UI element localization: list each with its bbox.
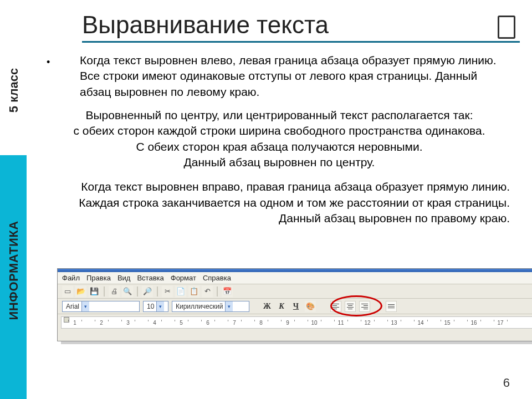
ruler-segment: 16 [461, 317, 487, 328]
ruler-segment: 15 [434, 317, 461, 328]
align-center-button[interactable] [345, 301, 356, 312]
paragraph-left-text: Когда текст выровнен влево, левая границ… [80, 53, 510, 100]
ruler-segment: 10 [301, 317, 328, 328]
datetime-icon[interactable]: 📅 [222, 286, 233, 297]
menu-insert[interactable]: Вставка [137, 274, 163, 282]
ruler-segment: 1 [62, 317, 88, 328]
print-preview-icon[interactable]: 🔍 [122, 286, 133, 297]
italic-button[interactable]: К [276, 301, 287, 312]
paste-icon[interactable]: 📋 [188, 286, 200, 297]
title-block: Выравнивание текста [27, 0, 514, 43]
font-name-dropdown[interactable]: Arial ▾ [62, 301, 140, 312]
standard-toolbar: ▭ 📂 💾 🖨 🔍 🔎 ✂ 📄 📋 ↶ 📅 [58, 284, 532, 299]
ruler-segment: 5 [168, 317, 195, 328]
ruler: 1234567891011121314151617 [61, 316, 532, 329]
ruler-segment: 17 [487, 317, 514, 328]
menu-view[interactable]: Вид [117, 274, 131, 282]
find-icon[interactable]: 🔎 [142, 286, 153, 297]
ruler-segment: 11 [328, 317, 354, 328]
wordpad-toolbar-screenshot: Файл Правка Вид Вставка Формат Справка ▭… [57, 268, 532, 341]
separator [104, 287, 105, 296]
charset-dropdown[interactable]: Кириллический ▾ [172, 301, 249, 312]
chevron-down-icon: ▾ [225, 301, 233, 311]
text-color-icon[interactable]: 🎨 [305, 301, 316, 312]
chevron-down-icon: ▾ [156, 301, 164, 311]
corner-rectangle-icon [498, 16, 515, 39]
menu-format[interactable]: Формат [171, 274, 196, 282]
cut-icon[interactable]: ✂ [162, 286, 173, 297]
paragraph-center-aligned: Выровненный по центру, или центрированны… [27, 100, 532, 170]
separator [157, 287, 158, 296]
undo-icon[interactable]: ↶ [202, 286, 213, 297]
separator [217, 287, 218, 296]
center-line-1: Выровненный по центру, или центрированны… [38, 108, 521, 123]
open-icon[interactable]: 📂 [75, 286, 86, 297]
menu-file[interactable]: Файл [62, 274, 80, 282]
menu-bar: Файл Правка Вид Вставка Формат Справка [58, 272, 532, 284]
ruler-segment: 3 [115, 317, 141, 328]
separator [137, 287, 138, 296]
format-toolbar: Arial ▾ 10 ▾ Кириллический ▾ Ж К Ч 🎨 [58, 299, 532, 314]
font-size-dropdown[interactable]: 10 ▾ [143, 301, 168, 312]
ruler-segment: 6 [195, 317, 221, 328]
ruler-segment: 4 [141, 317, 168, 328]
underline-button[interactable]: Ч [290, 301, 301, 312]
align-left-button[interactable] [330, 301, 341, 312]
bold-button[interactable]: Ж [262, 301, 273, 312]
ruler-segment: 13 [381, 317, 407, 328]
bullets-button[interactable] [386, 301, 397, 312]
paragraph-left-aligned: • Когда текст выровнен влево, левая гран… [27, 43, 532, 100]
menu-help[interactable]: Справка [203, 274, 231, 282]
bullet-icon: • [47, 57, 50, 67]
ruler-segment: 12 [354, 317, 381, 328]
font-name-value: Arial [66, 303, 79, 310]
center-line-4: Данный абзац выровнен по центру. [38, 155, 521, 170]
copy-icon[interactable]: 📄 [175, 286, 186, 297]
sidebar: 5 класс ИНФОРМАТИКА [0, 0, 27, 399]
page-number: 6 [503, 376, 510, 390]
subject-label: ИНФОРМАТИКА [7, 207, 21, 334]
save-icon[interactable]: 💾 [89, 286, 100, 297]
chevron-down-icon: ▾ [81, 301, 89, 311]
slide-title: Выравнивание текста [82, 11, 514, 39]
charset-value: Кириллический [176, 303, 223, 310]
ruler-segment: 7 [221, 317, 248, 328]
ruler-segment: 14 [407, 317, 434, 328]
main-content: Выравнивание текста • Когда текст выровн… [27, 0, 532, 399]
grade-label: 5 класс [7, 52, 21, 129]
ruler-segment: 2 [88, 317, 115, 328]
menu-edit[interactable]: Правка [86, 274, 111, 282]
shadow [61, 341, 532, 344]
ruler-segment: 9 [274, 317, 301, 328]
center-line-2: с обеих сторон каждой строки ширина своб… [38, 123, 521, 139]
print-icon[interactable]: 🖨 [109, 286, 120, 297]
center-line-3: С обеих сторон края абзаца получаются не… [38, 139, 521, 155]
align-right-button[interactable] [359, 301, 370, 312]
paragraph-right-aligned: Когда текст выровнен вправо, правая гран… [27, 170, 532, 226]
new-icon[interactable]: ▭ [62, 286, 73, 297]
font-size-value: 10 [147, 303, 154, 310]
ruler-segment: 8 [248, 317, 274, 328]
